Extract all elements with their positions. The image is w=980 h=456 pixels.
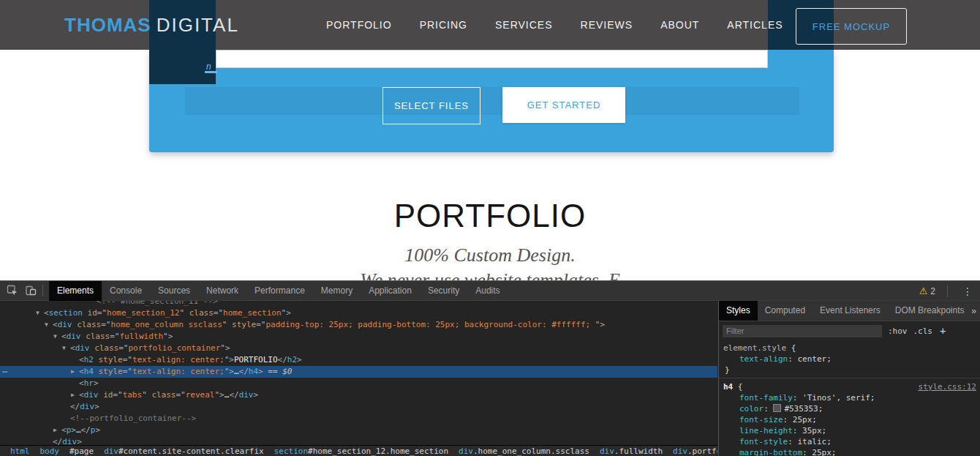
sidebar-tab-styles[interactable]: Styles	[719, 301, 758, 321]
portfolio-heading: PORTFOLIO	[0, 198, 980, 234]
nav-item-services[interactable]: SERVICES	[495, 19, 553, 31]
css-rules-list: element.style {text-align: center;}style…	[719, 340, 980, 456]
devtools-panel: ElementsConsoleSourcesNetworkPerformance…	[0, 280, 980, 456]
styles-filter-row: :hov .cls +	[719, 321, 980, 340]
toolbar-separator	[947, 285, 948, 297]
collapse-arrow-icon[interactable]: ▼	[36, 307, 39, 319]
breadcrumb-item[interactable]: #page	[69, 446, 94, 456]
devtools-tab-application[interactable]: Application	[361, 281, 420, 301]
css-property[interactable]: font-family: 'Tinos', serif;	[723, 392, 976, 403]
devtools-tab-bar: ElementsConsoleSourcesNetworkPerformance…	[49, 281, 508, 301]
device-toolbar-icon[interactable]	[25, 285, 37, 296]
sidebar-tab-bar: StylesComputedEvent ListenersDOM Breakpo…	[719, 301, 980, 321]
dom-tree-row[interactable]: <!--portfolio_container-->	[0, 413, 717, 425]
devtools-tab-sources[interactable]: Sources	[150, 281, 198, 301]
rule-selector[interactable]: h4	[723, 382, 733, 392]
dom-tree-row[interactable]: ▼<section id="home_section_12" class="ho…	[0, 307, 717, 319]
collapse-arrow-icon[interactable]: ▼	[62, 343, 66, 354]
css-property[interactable]: color: #535353;	[723, 403, 976, 414]
nav-item-reviews[interactable]: REVIEWS	[581, 19, 633, 31]
dom-tree-row[interactable]: ⋯▶<h4 style="text-align: center;">…</h4>…	[0, 366, 717, 378]
portfolio-tagline: 100% Custom Design.	[0, 244, 980, 266]
breadcrumb-item[interactable]: div.fullwidth	[600, 446, 663, 456]
nav-item-pricing[interactable]: PRICING	[420, 19, 467, 31]
devtools-tab-elements[interactable]: Elements	[49, 281, 102, 301]
nav-item-portfolio[interactable]: PORTFOLIO	[326, 19, 392, 31]
inspect-element-icon[interactable]	[7, 285, 18, 296]
dom-tree: <!-- #home_section_11 -->▼<section id="h…	[0, 301, 717, 445]
dom-breadcrumbs: htmlbody#pagediv#content.site-content.cl…	[0, 445, 717, 456]
styles-sidebar: StylesComputedEvent ListenersDOM Breakpo…	[718, 301, 980, 456]
devtools-tab-security[interactable]: Security	[420, 281, 467, 301]
dom-tree-row[interactable]: ▶<p>…</p>	[0, 425, 717, 436]
breadcrumb-item[interactable]: div.portfolio_container	[673, 446, 717, 456]
main-nav: PORTFOLIOPRICINGSERVICESREVIEWSABOUTARTI…	[326, 0, 783, 50]
dom-tree-row[interactable]: <!-- #home_section_11 -->	[0, 301, 717, 307]
dom-tree-row[interactable]: </div>	[0, 436, 717, 445]
breadcrumb-item[interactable]: body	[40, 446, 60, 456]
form-text-input[interactable]	[216, 50, 768, 68]
expand-arrow-icon[interactable]: ▶	[53, 425, 57, 436]
expand-arrow-icon[interactable]: ▶	[71, 366, 75, 378]
breadcrumb-item[interactable]: div.home_one_column.ssclass	[459, 446, 589, 456]
toggle-classes[interactable]: .cls	[913, 326, 933, 336]
dom-tree-row[interactable]: </div>	[0, 401, 717, 413]
new-style-rule-icon[interactable]: +	[940, 325, 946, 337]
devtools-tab-network[interactable]: Network	[198, 281, 246, 301]
sidebar-tab-event-listeners[interactable]: Event Listeners	[813, 301, 888, 321]
breadcrumb-item[interactable]: section#home_section_12.home_section	[274, 446, 448, 456]
devtools-menu-icon[interactable]: ⋮	[960, 285, 976, 297]
select-files-button[interactable]: SELECT FILES	[382, 87, 480, 124]
nav-item-articles[interactable]: ARTICLES	[727, 19, 783, 31]
sidebar-tabs-overflow-icon[interactable]: »	[971, 306, 976, 316]
css-property[interactable]: margin-bottom: 25px;	[723, 447, 976, 456]
css-rule: element.style {text-align: center;}	[719, 340, 980, 378]
dom-tree-row[interactable]: ▼<div class="portfolio_container">	[0, 343, 717, 354]
devtools-tab-performance[interactable]: Performance	[246, 281, 313, 301]
devtools-toolbar: ElementsConsoleSourcesNetworkPerformance…	[0, 281, 980, 301]
warning-icon: ⚠	[919, 285, 928, 296]
free-mockup-button[interactable]: FREE MOCKUP	[796, 8, 907, 45]
breadcrumb-item[interactable]: div#content.site-content.clearfix	[104, 446, 264, 456]
dom-tree-row[interactable]: <hr>	[0, 378, 717, 389]
toggle-hover-state[interactable]: :hov	[888, 326, 908, 336]
cropped-link-underline	[205, 71, 217, 73]
css-property[interactable]: font-style: italic;	[723, 436, 976, 447]
breadcrumb-item[interactable]: html	[10, 446, 30, 456]
rule-selector[interactable]: element.style	[723, 343, 786, 353]
logo-digital: DIGITAL	[157, 14, 239, 37]
devtools-tab-memory[interactable]: Memory	[313, 281, 361, 301]
css-rule: style.css:12h4 {font-family: 'Tinos', se…	[719, 378, 980, 456]
toolbar-separator	[42, 285, 43, 296]
dom-tree-row[interactable]: ▼<div class="home_one_column ssclass" st…	[0, 319, 717, 331]
collapse-arrow-icon[interactable]: ▼	[53, 331, 57, 343]
css-property[interactable]: text-align: center;	[723, 354, 976, 365]
button-row-stripe	[185, 87, 799, 115]
get-started-button[interactable]: GET STARTED	[502, 87, 625, 123]
nav-item-about[interactable]: ABOUT	[660, 19, 699, 31]
dom-tree-row[interactable]: ▼<div class="fullwidth">	[0, 331, 717, 343]
stylesheet-link[interactable]: style.css:12	[919, 381, 976, 392]
screenshot-stage: n THOMAS DIGITAL PORTFOLIOPRICINGSERVICE…	[0, 0, 980, 456]
devtools-tab-audits[interactable]: Audits	[467, 281, 508, 301]
console-warning-badge[interactable]: ⚠ 2	[919, 285, 935, 296]
dom-tree-row[interactable]: <h2 style="text-align: center;">PORTFOLI…	[0, 354, 717, 366]
logo-thomas: THOMAS	[64, 14, 151, 37]
dom-tree-row[interactable]: ▶<div id="tabs" class="reveal">…</div>	[0, 389, 717, 401]
styles-filter-input[interactable]	[723, 325, 882, 337]
row-actions-icon[interactable]: ⋯	[2, 366, 7, 378]
site-logo[interactable]: THOMAS DIGITAL	[64, 0, 239, 50]
devtools-tab-console[interactable]: Console	[102, 281, 150, 301]
sidebar-tab-computed[interactable]: Computed	[758, 301, 813, 321]
collapse-arrow-icon[interactable]: ▼	[45, 319, 48, 331]
expand-arrow-icon[interactable]: ▶	[71, 389, 75, 401]
warning-count: 2	[930, 286, 935, 296]
color-swatch[interactable]	[773, 404, 781, 412]
sidebar-tab-dom-breakpoints[interactable]: DOM Breakpoints	[888, 301, 972, 321]
css-property[interactable]: font-size: 25px;	[723, 414, 976, 425]
css-property[interactable]: line-height: 35px;	[723, 425, 976, 436]
cropped-modal-text-fragment: n	[206, 61, 211, 72]
